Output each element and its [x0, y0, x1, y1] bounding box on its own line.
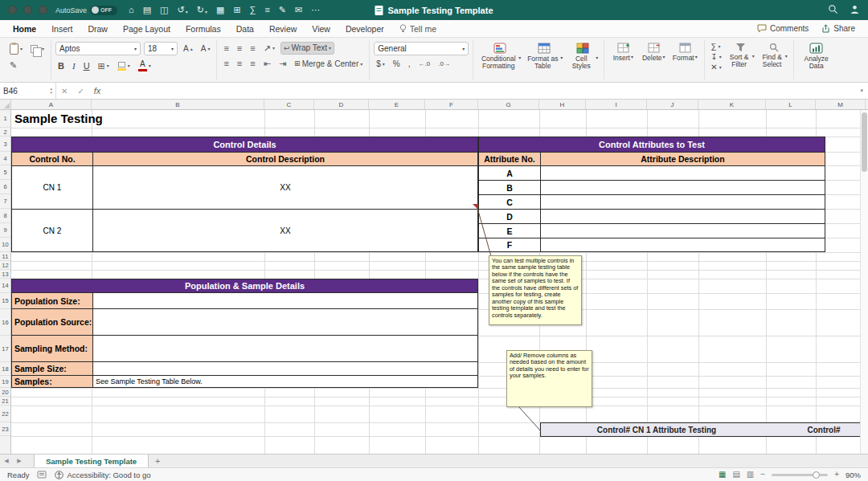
row-header-16[interactable]: 16 — [0, 309, 10, 336]
row-header-4[interactable]: 4 — [0, 152, 10, 165]
column-header-e[interactable]: E — [369, 100, 425, 109]
attribute-desc-cell[interactable] — [540, 166, 825, 180]
column-header-c[interactable]: C — [264, 100, 314, 109]
mail-quick-button[interactable]: ✉ — [295, 6, 302, 14]
row-header-14[interactable]: 14 — [0, 279, 10, 293]
row-header-9[interactable]: 9 — [0, 223, 10, 238]
vertical-scrollbar[interactable] — [860, 110, 868, 454]
row-header-2[interactable]: 2 — [0, 128, 10, 137]
tab-review[interactable]: Review — [269, 24, 297, 34]
tab-page-layout[interactable]: Page Layout — [123, 24, 170, 34]
attribute-desc-cell[interactable] — [540, 238, 825, 251]
account-button[interactable] — [850, 4, 860, 16]
underline-button[interactable]: U — [81, 60, 92, 72]
decrease-indent-button[interactable]: ⇤ — [261, 58, 273, 70]
percent-button[interactable]: % — [391, 59, 403, 70]
row-header-6[interactable]: 6 — [0, 180, 10, 194]
redo-button[interactable]: ↻▾ — [197, 6, 207, 14]
control-desc-cell[interactable]: XX — [92, 210, 477, 251]
zoom-in-button[interactable]: + — [834, 471, 839, 479]
sheet-title-cell[interactable]: Sample Testing — [14, 112, 103, 125]
currency-button[interactable]: $▾ — [374, 59, 387, 70]
column-header-h[interactable]: H — [539, 100, 586, 109]
row-header-12[interactable]: 12 — [0, 261, 10, 270]
vertical-scrollbar-thumb[interactable] — [862, 112, 867, 172]
name-box[interactable]: B46 ▴▾ — [0, 83, 56, 99]
zoom-window-button[interactable] — [39, 6, 47, 14]
sort-filter-button[interactable]: Sort & Filter▾ — [726, 42, 756, 78]
row-header-17[interactable]: 17 — [0, 336, 10, 362]
zoom-level[interactable]: 90% — [845, 471, 861, 479]
align-middle-button[interactable]: ≡ — [235, 43, 244, 55]
analyze-data-button[interactable]: Analyze Data — [798, 42, 835, 71]
bold-button[interactable]: B — [55, 60, 67, 72]
format-cells-button[interactable]: Format▾ — [669, 42, 700, 78]
autosave-toggle[interactable]: OFF — [90, 6, 117, 15]
attribute-no-cell[interactable]: A — [479, 166, 540, 180]
column-header-d[interactable]: D — [314, 100, 369, 109]
attribute-desc-cell[interactable] — [540, 181, 825, 194]
cn1-attribute-testing-header[interactable]: Control# CN 1 Attribute Testing — [540, 422, 773, 437]
add-sheet-button[interactable]: + — [149, 455, 166, 467]
row-header-10[interactable]: 10 — [0, 238, 10, 252]
autosave-control[interactable]: AutoSave OFF — [55, 6, 117, 15]
row-header-20[interactable]: 20 — [0, 388, 10, 397]
column-header-f[interactable]: F — [425, 100, 478, 109]
delete-cells-button[interactable]: Delete▾ — [639, 42, 668, 78]
expand-formula-bar-button[interactable]: ▾ — [855, 88, 868, 94]
column-header-j[interactable]: J — [647, 100, 698, 109]
increase-font-button[interactable]: A▴ — [181, 43, 195, 55]
attribute-desc-cell[interactable] — [540, 210, 825, 223]
control-no-cell[interactable]: CN 1 — [12, 166, 92, 209]
conditional-formatting-button[interactable]: Conditional Formatting▾ — [477, 42, 522, 78]
tab-insert[interactable]: Insert — [51, 24, 72, 34]
cn2-attribute-testing-header[interactable]: Control# — [772, 422, 868, 437]
insert-function-button[interactable]: fx — [89, 86, 106, 96]
control-no-header-cell[interactable]: Control No. — [12, 153, 92, 165]
autosum-button[interactable]: ∑▾ — [709, 42, 723, 51]
row-header-21[interactable]: 21 — [0, 397, 10, 406]
samples-label[interactable]: Samples: — [12, 376, 92, 387]
worksheet-grid[interactable]: 1 2 3 4 5 6 7 8 9 10 11 12 13 14 15 16 1… — [0, 110, 868, 454]
attribute-desc-header-cell[interactable]: Attribute Description — [540, 153, 825, 165]
align-right-button[interactable]: ≡ — [248, 58, 257, 70]
control-details-header[interactable]: Control Details — [12, 137, 477, 152]
print-button[interactable]: ◫ — [160, 6, 168, 14]
row-header-18[interactable]: 18 — [0, 362, 10, 376]
formula-input[interactable] — [105, 83, 855, 99]
row-header-19[interactable]: 19 — [0, 376, 10, 388]
attribute-no-cell[interactable]: C — [479, 195, 540, 209]
font-name-select[interactable]: Aptos ▾ — [55, 42, 141, 55]
normal-view-button[interactable]: ▦ — [719, 471, 726, 479]
population-header[interactable]: Population & Sample Details — [12, 279, 477, 292]
italic-button[interactable]: I — [70, 60, 78, 72]
attribute-desc-cell[interactable] — [540, 195, 825, 209]
close-window-button[interactable] — [8, 6, 17, 14]
select-all-corner[interactable] — [0, 100, 11, 109]
search-button[interactable] — [828, 4, 838, 16]
row-header-11[interactable]: 11 — [0, 252, 10, 261]
samples-value[interactable]: See Sample Testing Table Below. — [92, 376, 477, 387]
cancel-entry-button[interactable]: ✕ — [56, 87, 72, 96]
font-size-select[interactable]: 18 ▾ — [144, 42, 178, 55]
find-select-button[interactable]: Find & Select▾ — [759, 42, 789, 78]
wrap-text-button[interactable]: ↩ Wrap Text ▾ — [280, 42, 334, 55]
comment-note-add-remove-columns[interactable]: Add/ Remove columns as needed based on t… — [506, 350, 592, 407]
tab-draw[interactable]: Draw — [88, 24, 108, 34]
align-center-button[interactable]: ≡ — [235, 58, 244, 70]
population-source-value[interactable] — [92, 309, 477, 335]
comments-button[interactable]: Comments — [757, 24, 809, 33]
row-header-7[interactable]: 7 — [0, 194, 10, 209]
increase-decimal-button[interactable]: ←.0 — [416, 59, 433, 69]
sheet-tab-sample-testing-template[interactable]: Sample Testing Template — [34, 455, 149, 467]
sample-size-value[interactable] — [92, 362, 477, 375]
align-top-button[interactable]: ≡ — [221, 43, 231, 55]
attribute-no-cell[interactable]: B — [479, 181, 540, 194]
format-painter-button[interactable]: ✎ — [7, 59, 19, 71]
fill-color-button[interactable]: ▾ — [115, 60, 133, 72]
column-header-m[interactable]: M — [816, 100, 866, 109]
attribute-desc-cell[interactable] — [540, 224, 825, 238]
attribute-no-cell[interactable]: E — [479, 224, 540, 238]
attribute-no-header-cell[interactable]: Attribute No. — [479, 153, 540, 165]
confirm-entry-button[interactable]: ✓ — [72, 87, 88, 96]
